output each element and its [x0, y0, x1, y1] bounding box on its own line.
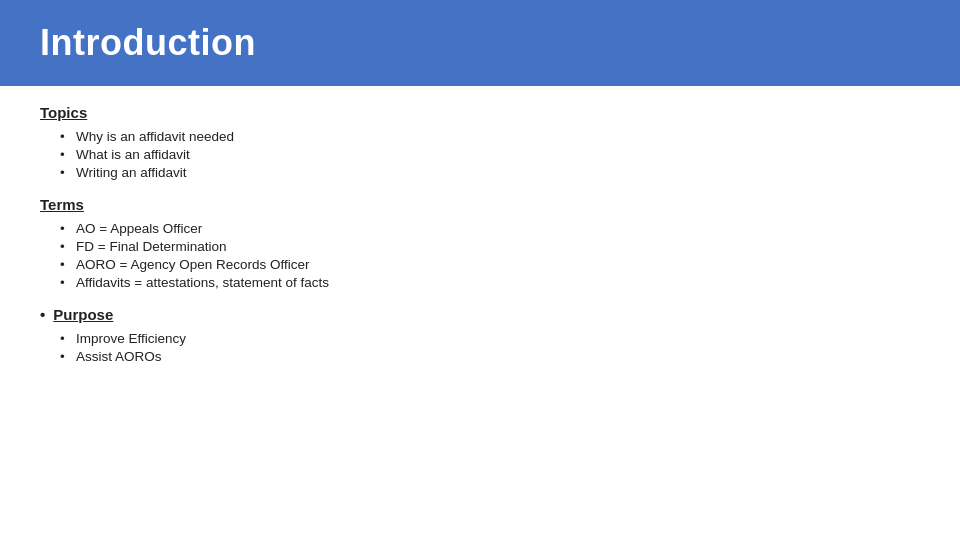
list-item: AO = Appeals Officer	[60, 221, 920, 236]
terms-list: AO = Appeals Officer FD = Final Determin…	[60, 221, 920, 290]
slide-container: Introduction Topics Why is an affidavit …	[0, 0, 960, 540]
topics-list: Why is an affidavit needed What is an af…	[60, 129, 920, 180]
content-area: Topics Why is an affidavit needed What i…	[0, 104, 960, 364]
list-item: What is an affidavit	[60, 147, 920, 162]
purpose-list: Improve Efficiency Assist AOROs	[60, 331, 920, 364]
list-item: Writing an affidavit	[60, 165, 920, 180]
purpose-section: • Purpose Improve Efficiency Assist AORO…	[40, 306, 920, 364]
list-item: FD = Final Determination	[60, 239, 920, 254]
list-item: Why is an affidavit needed	[60, 129, 920, 144]
topics-section: Topics Why is an affidavit needed What i…	[40, 104, 920, 180]
list-item: AORO = Agency Open Records Officer	[60, 257, 920, 272]
purpose-bullet-icon: •	[40, 306, 45, 323]
purpose-heading-row: • Purpose	[40, 306, 113, 323]
list-item: Affidavits = attestations, statement of …	[60, 275, 920, 290]
slide-title: Introduction	[40, 22, 920, 64]
topics-heading: Topics	[40, 104, 920, 121]
list-item: Improve Efficiency	[60, 331, 920, 346]
terms-section: Terms AO = Appeals Officer FD = Final De…	[40, 196, 920, 290]
purpose-heading-label: Purpose	[53, 306, 113, 323]
list-item: Assist AOROs	[60, 349, 920, 364]
terms-heading: Terms	[40, 196, 920, 213]
header-banner: Introduction	[0, 0, 960, 86]
